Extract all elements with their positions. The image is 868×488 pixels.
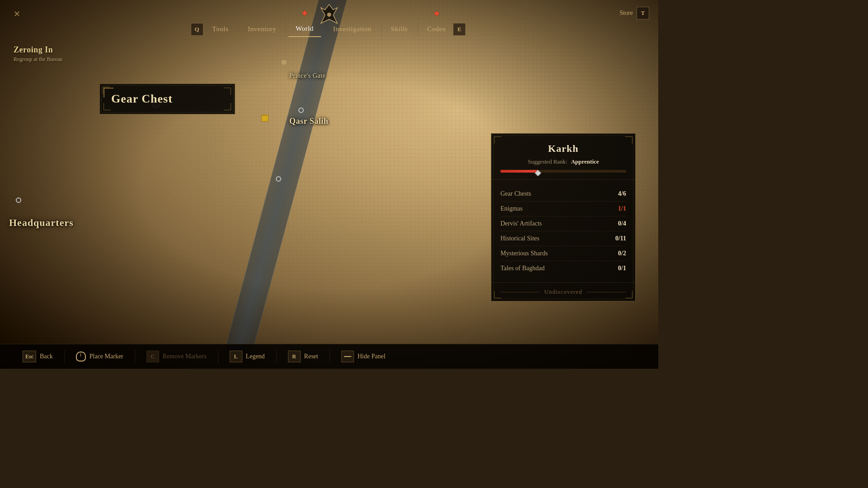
bottom-bar: Esc Back Place Marker C Remove Markers L… (0, 344, 658, 369)
nav-item-skills[interactable]: Skills (384, 22, 415, 37)
nav-key-e[interactable]: E (453, 23, 466, 36)
progress-fill (500, 170, 538, 173)
place-marker-action[interactable]: Place Marker (67, 352, 132, 361)
reset-key: R (288, 351, 301, 362)
stat-row-dervis: Dervis' Artifacts 0/4 (500, 216, 626, 231)
undiscovered-label: Undiscovered (500, 288, 626, 296)
reset-action[interactable]: R Reset (279, 351, 327, 362)
hide-panel-key (341, 351, 354, 362)
stat-value-dervis: 0/4 (618, 220, 626, 227)
back-label: Back (40, 353, 53, 360)
stat-value-gear-chests: 4/6 (618, 190, 626, 197)
nav-items: Q Tools Inventory World Investigation Sk… (191, 21, 468, 37)
stat-label-gear-chests: Gear Chests (500, 190, 531, 197)
hide-panel-action[interactable]: Hide Panel (332, 351, 395, 362)
nav-item-inventory[interactable]: Inventory (241, 22, 283, 37)
quest-subtitle: Regroup at the Bureau (14, 56, 62, 63)
stat-row-gear-chests: Gear Chests 4/6 (500, 187, 626, 202)
quest-title: Zeroing In (14, 45, 62, 55)
mouse-icon (76, 352, 86, 361)
stat-value-tales: 0/1 (618, 265, 626, 272)
remove-markers-key: C (146, 351, 159, 362)
remove-markers-action: C Remove Markers (137, 351, 216, 362)
store-key: T (637, 7, 649, 19)
quest-info: Zeroing In Regroup at the Bureau (14, 45, 62, 63)
stat-row-historical: Historical Sites 0/11 (500, 231, 626, 246)
place-marker-label: Place Marker (90, 353, 123, 360)
back-action[interactable]: Esc Back (14, 351, 62, 362)
reset-label: Reset (304, 353, 318, 360)
svg-point-0 (327, 13, 331, 17)
store-button[interactable]: Store T (619, 7, 649, 19)
nav-item-codex[interactable]: Codex (420, 22, 453, 37)
stat-value-historical: 0/11 (615, 235, 626, 242)
gear-chest-title: Gear Chest (111, 92, 217, 106)
remove-markers-label: Remove Markers (163, 353, 207, 360)
map-marker-circle-3 (16, 197, 21, 203)
map-river (224, 0, 356, 358)
karkh-footer: Undiscovered (491, 282, 635, 301)
gear-chest-tooltip: Gear Chest (99, 84, 235, 114)
rank-value: Apprentice (571, 158, 599, 165)
karkh-stats: Gear Chests 4/6 Enigmas 1/1 Dervis' Arti… (491, 180, 635, 282)
stat-label-enigmas: Enigmas (500, 205, 523, 212)
stat-value-shards: 0/2 (618, 250, 626, 257)
karkh-header: Karkh Suggested Rank: Apprentice (491, 134, 635, 180)
region-name: Karkh (500, 143, 626, 155)
stat-row-tales: Tales of Baghdad 0/1 (500, 261, 626, 276)
nav-item-tools[interactable]: Tools (205, 22, 236, 37)
stat-label-historical: Historical Sites (500, 235, 539, 242)
stat-value-enigmas: 1/1 (618, 205, 626, 212)
nav-item-world[interactable]: World (288, 21, 321, 37)
map-marker-princes-gate[interactable] (280, 59, 288, 66)
map-marker-chest[interactable] (261, 115, 269, 122)
legend-action[interactable]: L Legend (221, 351, 274, 362)
nav-key-q[interactable]: Q (191, 23, 203, 36)
svg-rect-1 (302, 10, 307, 15)
gear-chest-box: Gear Chest (99, 84, 235, 114)
legend-label: Legend (246, 353, 265, 360)
map-marker-circle-2 (276, 176, 281, 182)
store-label: Store (619, 9, 633, 17)
rank-label: Suggested Rank: (528, 158, 567, 165)
legend-key: L (230, 351, 242, 362)
stat-label-shards: Mysterious Shards (500, 250, 548, 257)
back-key: Esc (23, 351, 36, 362)
top-navigation: Q Tools Inventory World Investigation Sk… (0, 0, 658, 41)
karkh-panel: Karkh Suggested Rank: Apprentice Gear Ch… (491, 133, 636, 301)
stat-row-shards: Mysterious Shards 0/2 (500, 246, 626, 261)
close-button[interactable]: ✕ (14, 9, 20, 19)
stat-label-dervis: Dervis' Artifacts (500, 220, 542, 227)
rank-row: Suggested Rank: Apprentice (500, 158, 626, 165)
hide-panel-label: Hide Panel (358, 353, 386, 360)
progress-bar (500, 170, 626, 173)
nav-item-investigation[interactable]: Investigation (326, 22, 379, 37)
map-marker-circle-1 (298, 108, 304, 113)
stat-label-tales: Tales of Baghdad (500, 265, 545, 272)
svg-rect-2 (434, 11, 439, 16)
stat-row-enigmas: Enigmas 1/1 (500, 202, 626, 216)
